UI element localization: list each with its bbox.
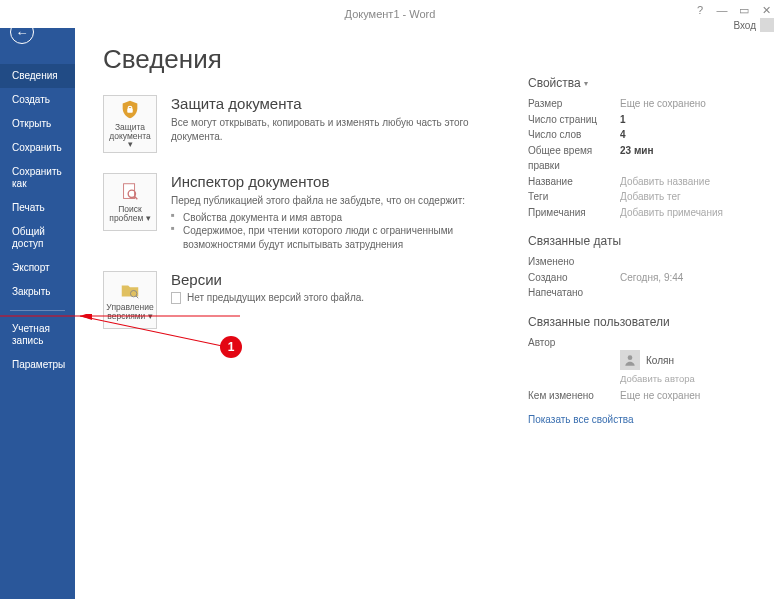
- prop-edittime-value: 23 мин: [620, 143, 654, 174]
- sidebar-item-new[interactable]: Создать: [0, 88, 75, 112]
- prop-tags-value[interactable]: Добавить тег: [620, 189, 681, 205]
- window-title: Документ1 - Word: [345, 8, 436, 20]
- date-created-value: Сегодня, 9:44: [620, 270, 683, 286]
- prop-notes-value[interactable]: Добавить примечания: [620, 205, 723, 221]
- people-heading: Связанные пользователи: [528, 315, 758, 329]
- section-versions: Управление версиями ▾ Версии Нет предыду…: [103, 271, 510, 329]
- prop-pages-value: 1: [620, 112, 626, 128]
- login-link[interactable]: Вход: [733, 20, 756, 31]
- inspect-desc: Перед публикацией этого файла не забудьт…: [171, 194, 510, 208]
- changedby-label: Кем изменено: [528, 388, 620, 404]
- versions-none-text: Нет предыдущих версий этого файла.: [187, 292, 364, 303]
- user-avatar-icon[interactable]: [760, 18, 774, 32]
- inspect-heading: Инспектор документов: [171, 173, 510, 190]
- add-author-link[interactable]: Добавить автора: [620, 373, 758, 384]
- section-protect: Защита документа ▾ Защита документа Все …: [103, 95, 510, 153]
- show-all-properties-link[interactable]: Показать все свойства: [528, 414, 758, 425]
- changedby-value: Еще не сохранен: [620, 388, 700, 404]
- prop-words-label: Число слов: [528, 127, 620, 143]
- prop-notes-label: Примечания: [528, 205, 620, 221]
- versions-heading: Версии: [171, 271, 510, 288]
- lock-shield-icon: [119, 99, 141, 121]
- minimize-icon[interactable]: —: [714, 2, 730, 18]
- prop-tags-label: Теги: [528, 189, 620, 205]
- dates-heading: Связанные даты: [528, 234, 758, 248]
- prop-size-label: Размер: [528, 96, 620, 112]
- magnifier-doc-icon: [119, 181, 141, 203]
- versions-folder-icon: [119, 279, 141, 301]
- properties-panel: Свойства ▾ РазмерЕще не сохранено Число …: [528, 44, 758, 599]
- section-inspect: Поиск проблем ▾ Инспектор документов Пер…: [103, 173, 510, 251]
- protect-heading: Защита документа: [171, 95, 510, 112]
- svg-line-4: [135, 197, 138, 200]
- protect-tile-label: Защита документа ▾: [106, 123, 154, 150]
- sidebar-item-options[interactable]: Параметры: [0, 353, 75, 377]
- date-created-label: Создано: [528, 270, 620, 286]
- sidebar-item-share[interactable]: Общий доступ: [0, 220, 75, 256]
- restore-icon[interactable]: ▭: [736, 2, 752, 18]
- help-icon[interactable]: ?: [692, 2, 708, 18]
- person-icon: [620, 350, 640, 370]
- close-icon[interactable]: ✕: [758, 2, 774, 18]
- sidebar-item-save[interactable]: Сохранить: [0, 136, 75, 160]
- sidebar-item-account[interactable]: Учетная запись: [0, 317, 75, 353]
- inspect-document-button[interactable]: Поиск проблем ▾: [103, 173, 157, 231]
- back-button[interactable]: ←: [10, 20, 34, 44]
- manage-versions-button[interactable]: Управление версиями ▾: [103, 271, 157, 329]
- backstage-sidebar: ← Сведения Создать Открыть Сохранить Сох…: [0, 28, 75, 599]
- inspect-tile-label: Поиск проблем ▾: [106, 205, 154, 223]
- svg-point-7: [628, 355, 633, 360]
- inspect-bullet: Содержимое, при чтении которого люди с о…: [171, 224, 510, 251]
- protect-document-button[interactable]: Защита документа ▾: [103, 95, 157, 153]
- sidebar-item-export[interactable]: Экспорт: [0, 256, 75, 280]
- properties-heading[interactable]: Свойства ▾: [528, 76, 758, 90]
- author-entry[interactable]: Колян: [620, 350, 758, 370]
- sidebar-item-open[interactable]: Открыть: [0, 112, 75, 136]
- prop-words-value: 4: [620, 127, 626, 143]
- chevron-down-icon: ▾: [584, 79, 588, 88]
- prop-title-value[interactable]: Добавить название: [620, 174, 710, 190]
- date-modified-label: Изменено: [528, 254, 620, 270]
- prop-edittime-label: Общее время правки: [528, 143, 620, 174]
- prop-size-value: Еще не сохранено: [620, 96, 706, 112]
- document-icon: [171, 292, 181, 304]
- sidebar-item-print[interactable]: Печать: [0, 196, 75, 220]
- inspect-bullet: Свойства документа и имя автора: [171, 211, 510, 225]
- protect-desc: Все могут открывать, копировать и изменя…: [171, 116, 510, 143]
- author-label: Автор: [528, 335, 620, 351]
- sidebar-item-saveas[interactable]: Сохранить как: [0, 160, 75, 196]
- versions-tile-label: Управление версиями ▾: [106, 303, 154, 321]
- sidebar-item-close[interactable]: Закрыть: [0, 280, 75, 304]
- sidebar-separator: [10, 310, 65, 311]
- date-printed-label: Напечатано: [528, 285, 620, 301]
- sidebar-item-info[interactable]: Сведения: [0, 64, 75, 88]
- prop-pages-label: Число страниц: [528, 112, 620, 128]
- page-title: Сведения: [103, 44, 510, 75]
- author-name: Колян: [646, 355, 674, 366]
- annotation-badge: 1: [220, 336, 242, 358]
- prop-title-label: Название: [528, 174, 620, 190]
